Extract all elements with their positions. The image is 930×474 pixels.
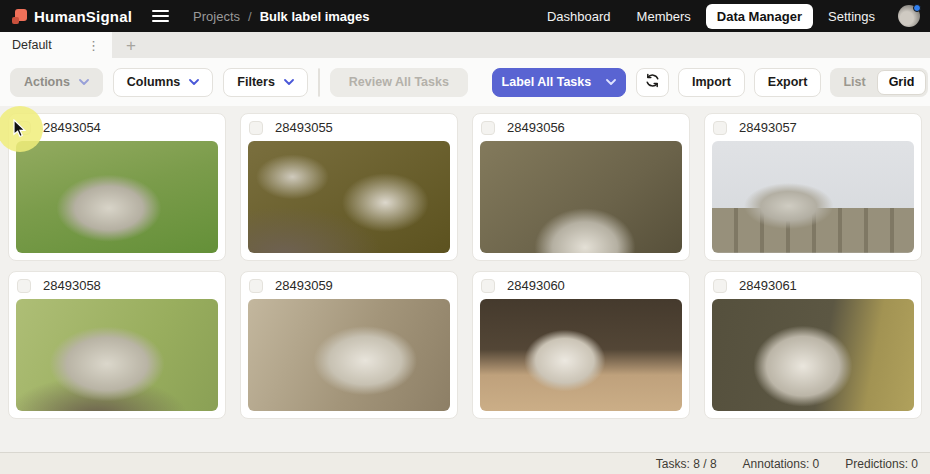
task-grid: 28493054 28493055 28493056 28493057 2849… [0, 106, 930, 452]
task-checkbox[interactable] [713, 279, 727, 293]
label-all-tasks-button[interactable]: Label All Tasks [492, 68, 626, 97]
tab-bar: Default ⋮ + [0, 32, 930, 58]
online-status-dot [913, 4, 921, 12]
task-card[interactable]: 28493056 [472, 113, 690, 261]
task-card[interactable]: 28493054 [8, 113, 226, 261]
task-id: 28493060 [507, 278, 565, 293]
export-button[interactable]: Export [754, 68, 822, 97]
task-id: 28493056 [507, 120, 565, 135]
hamburger-menu-icon[interactable] [150, 6, 171, 26]
task-image-opossum-family-log[interactable] [248, 141, 450, 253]
humansignal-logo[interactable]: HumanSignal [12, 8, 132, 25]
top-bar: HumanSignal Projects / Bulk label images… [0, 0, 930, 32]
task-checkbox[interactable] [249, 279, 263, 293]
nav-settings[interactable]: Settings [817, 4, 886, 29]
tab-label: Default [12, 38, 52, 52]
task-id: 28493054 [43, 120, 101, 135]
import-button[interactable]: Import [678, 68, 745, 97]
task-checkbox[interactable] [481, 279, 495, 293]
tab-default[interactable]: Default ⋮ [0, 32, 112, 58]
chevron-down-icon [284, 79, 294, 85]
nav-dashboard[interactable]: Dashboard [536, 4, 622, 29]
ordering-control[interactable]: not set [318, 68, 320, 97]
task-id: 28493059 [275, 278, 333, 293]
breadcrumb: Projects / Bulk label images [193, 9, 369, 24]
task-image-opossum-on-sand[interactable] [480, 299, 682, 411]
tasks-count: Tasks: 8 / 8 [656, 457, 717, 471]
task-id: 28493058 [43, 278, 101, 293]
refresh-button[interactable] [636, 68, 669, 97]
task-id: 28493055 [275, 120, 333, 135]
task-checkbox[interactable] [713, 121, 727, 135]
breadcrumb-separator: / [248, 9, 252, 24]
breadcrumb-current-page: Bulk label images [260, 9, 370, 24]
status-bar: Tasks: 8 / 8 Annotations: 0 Predictions:… [0, 452, 930, 474]
refresh-icon [645, 73, 660, 91]
view-list-option[interactable]: List [832, 70, 876, 95]
actions-dropdown-button[interactable]: Actions [10, 68, 103, 97]
breadcrumb-projects[interactable]: Projects [193, 9, 240, 24]
task-image-opossum-on-branch[interactable] [248, 299, 450, 411]
task-card[interactable]: 28493055 [240, 113, 458, 261]
task-image-opossum-closeup[interactable] [712, 299, 914, 411]
task-image-opossum-on-fence[interactable] [712, 141, 914, 253]
task-card[interactable]: 28493059 [240, 271, 458, 419]
add-tab-button[interactable]: + [112, 32, 150, 58]
view-grid-option[interactable]: Grid [877, 70, 927, 95]
task-card[interactable]: 28493061 [704, 271, 922, 419]
humansignal-logo-icon [12, 9, 27, 24]
task-image-opossum-with-babies[interactable] [16, 299, 218, 411]
task-id: 28493061 [739, 278, 797, 293]
task-checkbox[interactable] [481, 121, 495, 135]
nav-members[interactable]: Members [626, 4, 702, 29]
task-checkbox[interactable] [17, 279, 31, 293]
task-image-opossum-in-grass[interactable] [16, 141, 218, 253]
chevron-down-icon [189, 79, 199, 85]
data-manager-app: HumanSignal Projects / Bulk label images… [0, 0, 930, 474]
task-card[interactable]: 28493057 [704, 113, 922, 261]
filters-dropdown-button[interactable]: Filters [223, 68, 308, 97]
chevron-down-icon [79, 79, 89, 85]
ordering-value: not set [319, 69, 320, 96]
task-image-opossum-peeking[interactable] [480, 141, 682, 253]
chevron-down-icon [606, 79, 616, 85]
task-checkbox[interactable] [17, 121, 31, 135]
toolbar: Actions Columns Filters not set Review A… [0, 58, 930, 106]
view-toggle: List Grid [830, 68, 928, 97]
tab-options-kebab-icon[interactable]: ⋮ [83, 38, 104, 53]
task-card[interactable]: 28493058 [8, 271, 226, 419]
nav-data-manager[interactable]: Data Manager [706, 4, 813, 29]
user-avatar[interactable] [898, 5, 920, 27]
columns-dropdown-button[interactable]: Columns [113, 68, 213, 97]
task-card[interactable]: 28493060 [472, 271, 690, 419]
task-id: 28493057 [739, 120, 797, 135]
task-checkbox[interactable] [249, 121, 263, 135]
review-all-tasks-button[interactable]: Review All Tasks [330, 68, 468, 97]
logo-text: HumanSignal [34, 8, 132, 25]
predictions-count: Predictions: 0 [845, 457, 918, 471]
annotations-count: Annotations: 0 [743, 457, 820, 471]
